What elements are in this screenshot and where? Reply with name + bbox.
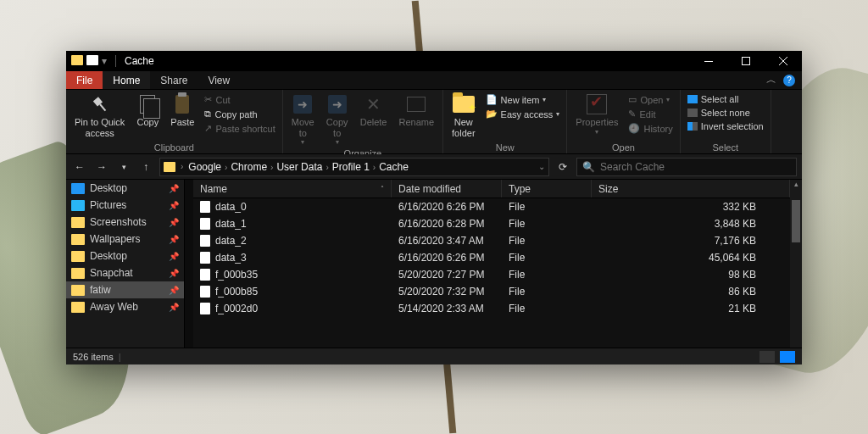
sidebar-item-label: Wallpapers bbox=[90, 233, 141, 245]
table-row[interactable]: f_000b855/20/2020 7:32 PMFile86 KB bbox=[193, 283, 790, 300]
sidebar-item[interactable]: Away Web📌 bbox=[66, 298, 184, 315]
properties-button[interactable]: Properties▾ bbox=[570, 92, 623, 142]
group-label: New bbox=[447, 142, 563, 153]
scissors-icon: ✂ bbox=[204, 94, 212, 105]
forward-button[interactable]: → bbox=[93, 161, 110, 173]
copy-path-button[interactable]: ⧉Copy path bbox=[201, 108, 278, 120]
edit-button[interactable]: ✎Edit bbox=[625, 108, 676, 120]
delete-button[interactable]: ✕Delete bbox=[355, 92, 392, 147]
divider bbox=[115, 55, 116, 67]
copy-icon bbox=[140, 95, 155, 114]
folder-icon bbox=[71, 285, 85, 296]
table-row[interactable]: data_36/16/2020 6:26 PMFile45,064 KB bbox=[193, 249, 790, 266]
cut-button[interactable]: ✂Cut bbox=[201, 93, 278, 106]
copy-to-button[interactable]: ➜Copy to▾ bbox=[321, 92, 353, 147]
tab-file[interactable]: File bbox=[66, 71, 103, 89]
tab-share[interactable]: Share bbox=[150, 71, 198, 89]
address-bar[interactable]: › Google›Chrome›User Data›Profile 1›Cach… bbox=[159, 158, 549, 176]
column-type[interactable]: Type bbox=[502, 180, 592, 198]
navigation-pane[interactable]: Desktop📌Pictures📌Screenshots📌Wallpapers📌… bbox=[66, 180, 185, 348]
paste-shortcut-button[interactable]: ↗Paste shortcut bbox=[201, 122, 278, 135]
ribbon-group-open: Properties▾ ▭Open▾ ✎Edit 🕘History Open bbox=[567, 90, 680, 153]
column-size[interactable]: Size bbox=[592, 180, 790, 198]
new-item-button[interactable]: 📄New item▾ bbox=[482, 93, 564, 106]
maximize-button[interactable] bbox=[727, 51, 765, 71]
sidebar-item[interactable]: fatiw📌 bbox=[66, 281, 184, 298]
tab-home[interactable]: Home bbox=[103, 71, 150, 89]
table-row[interactable]: f_000b355/20/2020 7:27 PMFile98 KB bbox=[193, 266, 790, 283]
pin-to-quick-access-button[interactable]: Pin to Quick access bbox=[70, 92, 130, 142]
table-row[interactable]: data_06/16/2020 6:26 PMFile332 KB bbox=[193, 198, 790, 215]
sidebar-item[interactable]: Snapchat📌 bbox=[66, 264, 184, 281]
pin-icon: 📌 bbox=[169, 303, 179, 312]
file-icon bbox=[200, 218, 210, 230]
select-all-icon bbox=[687, 95, 698, 103]
sidebar-item-label: Screenshots bbox=[90, 216, 147, 228]
open-button[interactable]: ▭Open▾ bbox=[625, 93, 676, 106]
file-size: 45,064 KB bbox=[592, 252, 790, 264]
search-box[interactable]: 🔍 bbox=[576, 158, 797, 176]
sidebar-item[interactable]: Screenshots📌 bbox=[66, 214, 184, 231]
refresh-button[interactable]: ⟳ bbox=[554, 161, 571, 173]
column-date[interactable]: Date modified bbox=[392, 180, 502, 198]
file-icon bbox=[200, 252, 210, 264]
copy-button[interactable]: Copy bbox=[131, 92, 164, 142]
collapse-ribbon-icon[interactable]: ︿ bbox=[766, 73, 776, 87]
select-none-button[interactable]: Select none bbox=[684, 107, 767, 119]
vertical-scrollbar[interactable]: ▴ bbox=[790, 180, 802, 348]
file-name: data_3 bbox=[215, 252, 247, 264]
move-icon: ➜ bbox=[293, 95, 312, 114]
file-type: File bbox=[502, 269, 592, 281]
file-name: data_2 bbox=[215, 235, 247, 247]
chevron-down-icon[interactable]: ⌄ bbox=[538, 162, 545, 171]
help-icon[interactable]: ? bbox=[783, 75, 795, 86]
open-icon: ▭ bbox=[628, 94, 637, 105]
title-bar[interactable]: ▾ Cache bbox=[66, 51, 802, 71]
new-folder-button[interactable]: New folder bbox=[447, 92, 481, 142]
sidebar-scrollbar[interactable] bbox=[185, 180, 193, 348]
file-type: File bbox=[502, 218, 592, 230]
breadcrumb-segment[interactable]: Profile 1 bbox=[329, 161, 373, 173]
back-button[interactable]: ← bbox=[71, 161, 88, 173]
move-to-button[interactable]: ➜Move to▾ bbox=[287, 92, 320, 147]
rename-button[interactable]: Rename bbox=[393, 92, 439, 147]
table-row[interactable]: f_0002d05/14/2020 2:33 AMFile21 KB bbox=[193, 300, 790, 317]
breadcrumb-segment[interactable]: User Data bbox=[273, 161, 326, 173]
tab-view[interactable]: View bbox=[198, 71, 240, 89]
sidebar-item[interactable]: Pictures📌 bbox=[66, 197, 184, 214]
history-button[interactable]: 🕘History bbox=[625, 122, 676, 135]
invert-selection-button[interactable]: Invert selection bbox=[684, 120, 767, 132]
sidebar-item-label: Desktop bbox=[90, 250, 127, 262]
path-icon: ⧉ bbox=[204, 108, 211, 120]
minimize-button[interactable] bbox=[690, 51, 727, 71]
folder-icon bbox=[71, 200, 85, 211]
breadcrumb-segment[interactable]: Chrome bbox=[227, 161, 270, 173]
details-view-button[interactable] bbox=[760, 351, 775, 363]
sidebar-item[interactable]: Desktop📌 bbox=[66, 248, 184, 264]
easy-access-button[interactable]: 📂Easy access▾ bbox=[482, 108, 564, 120]
recent-locations-button[interactable]: ▾ bbox=[115, 163, 132, 171]
easy-access-icon: 📂 bbox=[486, 108, 498, 120]
paste-button[interactable]: Paste bbox=[165, 92, 199, 142]
column-name[interactable]: Name˄ bbox=[193, 180, 392, 198]
sidebar-item[interactable]: Wallpapers📌 bbox=[66, 231, 184, 248]
sidebar-item-label: Pictures bbox=[90, 199, 126, 211]
svg-rect-0 bbox=[704, 61, 713, 62]
file-icon bbox=[200, 235, 210, 247]
sidebar-item[interactable]: Desktop📌 bbox=[66, 180, 184, 197]
icons-view-button[interactable] bbox=[780, 351, 795, 363]
table-row[interactable]: data_16/16/2020 6:28 PMFile3,848 KB bbox=[193, 215, 790, 232]
table-row[interactable]: data_26/16/2020 3:47 AMFile7,176 KB bbox=[193, 232, 790, 249]
edit-icon: ✎ bbox=[628, 108, 636, 120]
breadcrumb-segment[interactable]: Google bbox=[185, 161, 225, 173]
search-input[interactable] bbox=[600, 161, 791, 173]
pin-icon: 📌 bbox=[169, 201, 179, 210]
close-button[interactable] bbox=[765, 51, 802, 71]
file-size: 21 KB bbox=[592, 303, 790, 314]
up-button[interactable]: ↑ bbox=[137, 161, 154, 173]
select-all-button[interactable]: Select all bbox=[684, 93, 767, 105]
column-headers: Name˄ Date modified Type Size bbox=[193, 180, 790, 198]
breadcrumb-segment[interactable]: Cache bbox=[376, 161, 412, 173]
scrollbar-thumb[interactable] bbox=[792, 200, 800, 242]
file-type: File bbox=[502, 201, 592, 213]
